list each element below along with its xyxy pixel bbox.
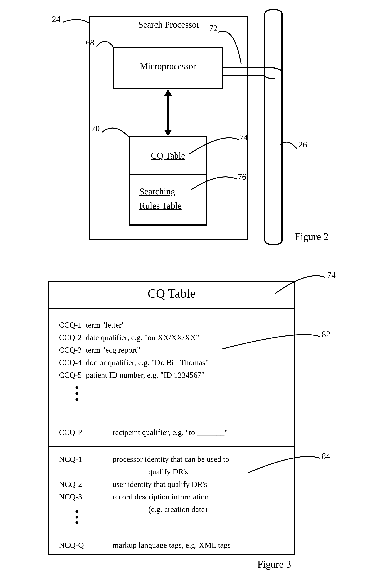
- diagram-canvas: Search Processor Microprocessor CQ Table…: [7, 7, 361, 581]
- label-82: 82: [322, 329, 330, 339]
- figure-3-caption: Figure 3: [257, 559, 291, 570]
- fig3-leaders: [7, 7, 365, 580]
- label-84: 84: [322, 451, 330, 461]
- label-74b: 74: [327, 270, 336, 280]
